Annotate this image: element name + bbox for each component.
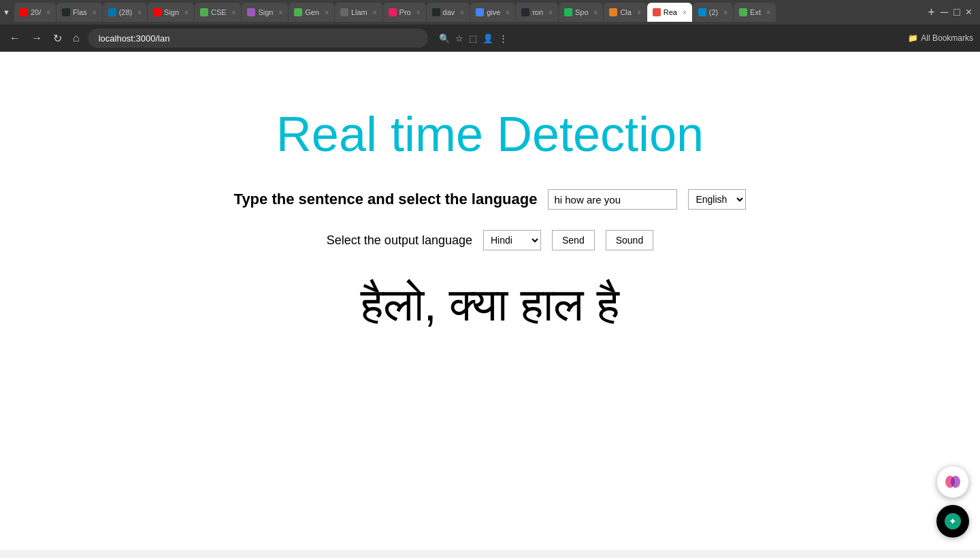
- tab-favicon-rea: [653, 8, 661, 16]
- tab-spo[interactable]: Spo ×: [559, 3, 603, 22]
- zoom-icon[interactable]: 🔍: [439, 33, 450, 44]
- tab-close-cse[interactable]: ×: [232, 9, 236, 16]
- chatgpt-floating-button[interactable]: ✦: [936, 505, 969, 538]
- tab-close-pro[interactable]: ×: [416, 9, 421, 16]
- page-title: Real time Detection: [276, 106, 704, 162]
- tab-cla[interactable]: Cla ×: [604, 3, 646, 22]
- scrollbar-area[interactable]: [0, 550, 980, 558]
- tab-label-2: (2): [709, 8, 718, 16]
- tab-favicon-pro: [389, 8, 397, 16]
- tab-container: 20/ × Flas × (28) × Sign ×: [14, 3, 922, 22]
- tab-close-youtube[interactable]: ×: [46, 9, 50, 16]
- brain-icon: [943, 472, 962, 491]
- language-select[interactable]: English Spanish French German Hindi: [688, 189, 746, 210]
- tab-favicon-dav: [432, 8, 440, 16]
- output-language-select[interactable]: Hindi Spanish French German English: [483, 230, 541, 250]
- tab-close-sign2[interactable]: ×: [278, 9, 282, 16]
- bookmark-star-icon[interactable]: ☆: [455, 33, 463, 44]
- tab-label-linkedin: (28): [119, 8, 133, 16]
- tab-favicon-spo: [564, 8, 572, 16]
- tab-flash[interactable]: Flas ×: [56, 3, 102, 22]
- tab-close-sign1[interactable]: ×: [184, 9, 189, 16]
- svg-text:✦: ✦: [949, 516, 957, 527]
- tab-label-youtube: 20/: [31, 8, 41, 16]
- tab-close-rea[interactable]: ×: [683, 9, 687, 16]
- tab-dav[interactable]: dav ×: [427, 3, 470, 22]
- tab-favicon-sign1: [153, 8, 161, 16]
- tab-close-give[interactable]: ×: [506, 9, 510, 16]
- tab-linkedin[interactable]: (28) ×: [103, 3, 147, 22]
- tab-close-ext[interactable]: ×: [766, 9, 770, 16]
- tab-label-dav: dav: [443, 8, 455, 16]
- output-row: Select the output language Hindi Spanish…: [327, 230, 653, 250]
- tab-cse[interactable]: CSE ×: [195, 3, 241, 22]
- translated-text: हैलो, क्या हाल है: [361, 278, 620, 333]
- tab-sign1[interactable]: Sign ×: [148, 3, 194, 22]
- back-button[interactable]: ←: [7, 29, 23, 47]
- output-label: Select the output language: [327, 233, 472, 248]
- sentence-input[interactable]: [548, 189, 677, 210]
- browser-chrome: ▼ 20/ × Flas × (28) ×: [0, 0, 980, 52]
- tab-favicon-give: [476, 8, 484, 16]
- tab-favicon-ron: [521, 8, 529, 16]
- tab-close-flash[interactable]: ×: [93, 9, 97, 16]
- tab-give[interactable]: give ×: [470, 3, 515, 22]
- bookmarks-area: 📁 All Bookmarks: [908, 33, 973, 43]
- input-label: Type the sentence and select the languag…: [234, 191, 538, 208]
- tab-llam[interactable]: Llam ×: [335, 3, 382, 22]
- tab-favicon-cla: [609, 8, 617, 16]
- tab-close-gen[interactable]: ×: [325, 9, 329, 16]
- tab-label-cla: Cla: [620, 8, 632, 16]
- tab-label-ron: ron: [532, 8, 543, 16]
- svg-point-4: [951, 478, 955, 486]
- tab-sign2[interactable]: Sign ×: [242, 3, 288, 22]
- maximize-button[interactable]: □: [953, 6, 960, 18]
- tab-label-pro: Pro: [399, 8, 411, 16]
- menu-icon[interactable]: ⋮: [499, 33, 508, 44]
- window-controls: ─ □ ×: [941, 6, 977, 18]
- tab-favicon-youtube: [20, 8, 28, 16]
- bookmarks-label: All Bookmarks: [921, 33, 973, 43]
- tab-close-ron[interactable]: ×: [549, 9, 553, 16]
- tab-label-cse: CSE: [211, 8, 227, 16]
- tab-2[interactable]: (2) ×: [693, 3, 733, 22]
- tab-label-ext: Ext: [750, 8, 761, 16]
- tab-close-cla[interactable]: ×: [637, 9, 641, 16]
- tab-label-llam: Llam: [351, 8, 368, 16]
- tab-ron[interactable]: ron ×: [516, 3, 558, 22]
- tab-ext[interactable]: Ext ×: [734, 3, 776, 22]
- tab-label-rea: Rea: [664, 8, 677, 16]
- tab-favicon-2: [698, 8, 706, 16]
- tab-gen[interactable]: Gen ×: [289, 3, 334, 22]
- sound-button[interactable]: Sound: [606, 230, 653, 250]
- tab-bar: ▼ 20/ × Flas × (28) ×: [0, 0, 980, 24]
- home-button[interactable]: ⌂: [70, 29, 82, 47]
- chatgpt-icon: ✦: [943, 512, 962, 531]
- extensions-icon[interactable]: ⬚: [469, 33, 477, 44]
- tab-favicon-gen: [294, 8, 302, 16]
- minimize-button[interactable]: ─: [941, 6, 948, 18]
- profile-icon[interactable]: 👤: [483, 33, 493, 44]
- tab-close-llam[interactable]: ×: [373, 9, 377, 16]
- new-tab-button[interactable]: +: [924, 5, 939, 20]
- tab-label-give: give: [487, 8, 500, 16]
- send-button[interactable]: Send: [552, 230, 595, 250]
- tab-close-linkedin[interactable]: ×: [137, 9, 142, 16]
- tab-favicon-llam: [340, 8, 348, 16]
- tab-label-spo: Spo: [575, 8, 589, 16]
- page-content: Real time Detection Type the sentence an…: [0, 52, 980, 558]
- address-input[interactable]: [88, 29, 428, 48]
- tab-youtube[interactable]: 20/ ×: [14, 3, 56, 22]
- close-button[interactable]: ×: [966, 6, 972, 18]
- tab-favicon-ext: [739, 8, 747, 16]
- tab-rea[interactable]: Rea ×: [647, 3, 692, 22]
- tab-pro[interactable]: Pro ×: [383, 3, 426, 22]
- tab-label-sign1: Sign: [164, 8, 179, 16]
- tab-close-spo[interactable]: ×: [594, 9, 598, 16]
- forward-button[interactable]: →: [29, 29, 45, 47]
- refresh-button[interactable]: ↻: [50, 29, 65, 48]
- brain-floating-button[interactable]: [936, 465, 969, 498]
- tab-close-dav[interactable]: ×: [460, 9, 464, 16]
- address-bar-row: ← → ↻ ⌂ 🔍 ☆ ⬚ 👤 ⋮ 📁 All Bookmarks: [0, 24, 980, 52]
- tab-close-2[interactable]: ×: [723, 9, 728, 16]
